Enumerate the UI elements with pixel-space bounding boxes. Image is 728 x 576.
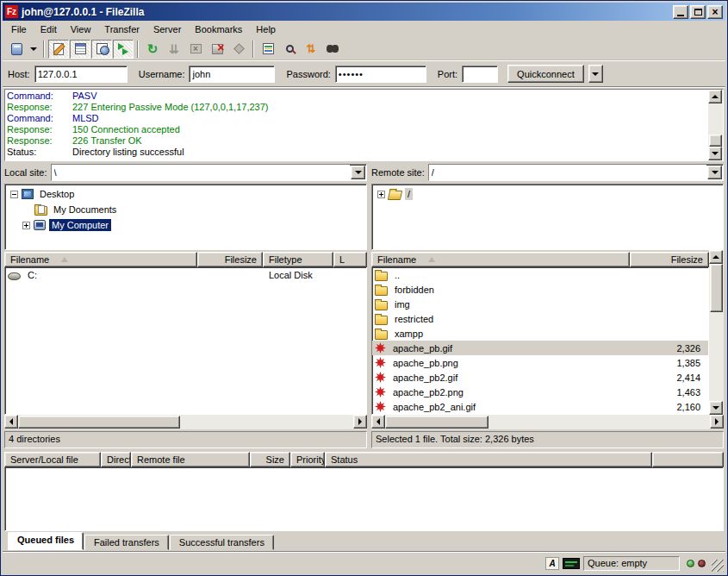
reconnect-button[interactable] — [228, 40, 249, 59]
expand-icon[interactable] — [22, 222, 30, 229]
remote-vertical-scrollbar[interactable] — [709, 250, 724, 415]
toggle-queue-button[interactable] — [113, 40, 134, 59]
scroll-thumb[interactable] — [18, 416, 180, 429]
file-row[interactable]: restricted — [372, 311, 708, 326]
scroll-left-button[interactable] — [4, 415, 18, 429]
log-label: Response: — [7, 135, 72, 147]
scroll-up-button[interactable] — [709, 250, 723, 264]
tab-queued-files[interactable]: Queued files — [8, 532, 84, 550]
resize-grip[interactable] — [712, 560, 724, 572]
toggle-local-tree-button[interactable] — [70, 40, 90, 59]
column-direction[interactable]: Directi... — [101, 452, 131, 467]
scroll-thumb[interactable] — [385, 416, 488, 429]
remote-site-input[interactable] — [429, 165, 706, 180]
scroll-down-button[interactable] — [709, 401, 723, 415]
local-site-dropdown[interactable] — [351, 166, 365, 179]
remote-tree-icon — [96, 43, 108, 54]
file-name: restricted — [395, 314, 433, 324]
filter-button[interactable] — [258, 40, 278, 59]
column-priority[interactable]: Priority — [290, 452, 325, 467]
file-name: C: — [28, 270, 37, 280]
site-manager-button[interactable] — [6, 40, 27, 59]
expand-icon[interactable] — [377, 191, 385, 198]
column-filename[interactable]: Filename — [4, 252, 197, 267]
file-row[interactable]: apache_pb2.png1,463 — [372, 385, 708, 399]
file-row[interactable]: xampp — [372, 326, 708, 341]
scroll-thumb[interactable] — [710, 264, 723, 312]
tab-successful-transfers[interactable]: Successful transfers — [170, 535, 274, 550]
menu-server[interactable]: Server — [146, 22, 188, 36]
process-queue-button[interactable]: ⇊ — [164, 40, 184, 59]
maximize-button[interactable] — [690, 5, 706, 19]
file-row[interactable]: C: Local Disk — [5, 267, 366, 282]
scroll-left-button[interactable] — [371, 415, 385, 429]
column-filesize[interactable]: Filesize — [197, 252, 263, 267]
collapse-icon[interactable] — [10, 191, 18, 198]
quickconnect-dropdown[interactable] — [588, 65, 603, 83]
minimize-button[interactable] — [673, 5, 688, 19]
cancel-operation-button[interactable]: × — [185, 40, 206, 59]
toggle-remote-tree-button[interactable] — [91, 40, 112, 59]
quickconnect-button[interactable]: Quickconnect — [507, 65, 584, 83]
menu-help[interactable]: Help — [249, 22, 283, 36]
column-remote-file[interactable]: Remote file — [131, 452, 250, 467]
transfer-type-indicator[interactable]: A — [545, 557, 559, 570]
scroll-up-button[interactable] — [708, 90, 722, 103]
directory-comparison-button[interactable] — [279, 40, 300, 59]
synchronized-browsing-button[interactable]: ⇅ — [301, 40, 321, 59]
refresh-button[interactable]: ↻ — [142, 40, 163, 59]
file-row[interactable]: apache_pb2.gif2,414 — [372, 370, 708, 385]
tab-failed-transfers[interactable]: Failed transfers — [84, 535, 169, 550]
column-filesize[interactable]: Filesize — [630, 252, 709, 267]
remote-site-combo[interactable] — [428, 164, 724, 181]
column-size[interactable]: Size — [250, 452, 290, 467]
file-type: Local Disk — [264, 270, 334, 280]
column-status[interactable]: Status — [325, 452, 652, 467]
speed-limit-indicator[interactable] — [563, 558, 580, 569]
column-last-modified[interactable]: L — [333, 252, 367, 267]
log-scrollbar[interactable] — [708, 90, 723, 160]
scroll-down-button[interactable] — [708, 147, 722, 160]
tree-item-desktop[interactable]: Desktop — [5, 186, 366, 202]
username-input[interactable] — [189, 66, 275, 83]
close-button[interactable]: × — [707, 5, 723, 19]
file-name: forbidden — [395, 285, 434, 295]
tree-item-my-computer[interactable]: My Computer — [5, 217, 366, 233]
file-row[interactable]: apache_pb.png1,385 — [372, 355, 708, 370]
tree-item-my-documents[interactable]: My Documents — [5, 202, 366, 217]
remote-site-dropdown[interactable] — [707, 166, 722, 179]
scroll-right-button[interactable] — [353, 415, 367, 429]
log-text: 150 Connection accepted — [72, 124, 180, 135]
menu-bookmarks[interactable]: Bookmarks — [188, 22, 249, 36]
password-input[interactable] — [335, 66, 426, 83]
file-size: 1,385 — [629, 358, 708, 368]
scroll-right-button[interactable] — [710, 415, 724, 429]
toggle-message-log-button[interactable] — [48, 40, 69, 59]
scroll-thumb[interactable] — [709, 135, 722, 147]
file-row-selected[interactable]: apache_pb.gif2,326 — [372, 341, 708, 355]
menu-transfer[interactable]: Transfer — [97, 22, 146, 36]
column-filetype[interactable]: Filetype — [263, 252, 333, 267]
menu-file[interactable]: File — [4, 22, 34, 36]
host-input[interactable] — [34, 66, 128, 83]
local-site-input[interactable] — [52, 165, 350, 180]
column-filename[interactable]: Filename — [371, 252, 630, 267]
local-horizontal-scrollbar[interactable] — [4, 415, 367, 429]
remote-horizontal-scrollbar[interactable] — [371, 415, 724, 429]
column-server-local-file[interactable]: Server/Local file — [4, 452, 101, 467]
tree-item-root[interactable]: / — [372, 186, 723, 202]
column-label: Priority — [296, 454, 325, 465]
arrow-up-icon — [712, 95, 719, 98]
menu-view[interactable]: View — [64, 22, 98, 36]
file-row[interactable]: forbidden — [372, 282, 708, 297]
file-size: 2,414 — [629, 373, 708, 383]
port-input[interactable] — [462, 66, 498, 83]
find-files-button[interactable] — [322, 40, 343, 59]
file-row[interactable]: apache_pb2_ani.gif2,160 — [372, 399, 708, 414]
disconnect-button[interactable] — [207, 40, 227, 59]
file-row[interactable]: .. — [372, 267, 708, 282]
site-manager-dropdown[interactable] — [28, 40, 40, 59]
file-row[interactable]: img — [372, 297, 708, 311]
menu-edit[interactable]: Edit — [34, 22, 64, 36]
local-site-combo[interactable] — [51, 164, 367, 181]
